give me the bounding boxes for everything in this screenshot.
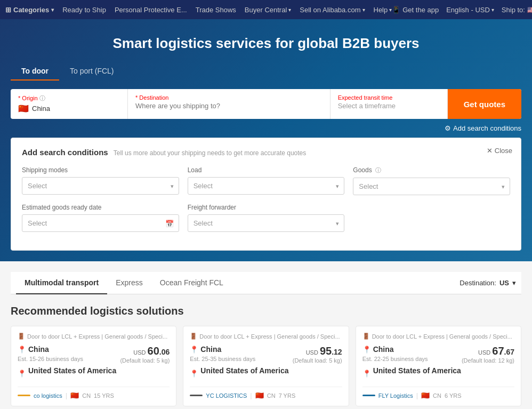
chevron-down-icon: ▾ <box>288 7 291 13</box>
categories-button[interactable]: ⊞ Categories ▾ <box>5 6 54 14</box>
freight-forwarder-select[interactable]: Select <box>188 214 345 232</box>
load-field: Load Select ▾ <box>188 166 345 195</box>
grid-icon: ⊞ <box>5 6 11 14</box>
nav-help[interactable]: Help ▾ <box>374 6 392 14</box>
shipping-tabs: To door To port (FCL) <box>11 62 521 81</box>
from-city: China <box>373 345 394 354</box>
card-route: 📍 China Est. 15-26 business days 📍 Unite… <box>18 345 170 382</box>
top-navigation: ⊞ Categories ▾ Ready to Ship Personal Pr… <box>0 0 532 19</box>
tab-express[interactable]: Express <box>107 272 151 294</box>
logistics-card[interactable]: 🚪 Door to door LCL + Express | General g… <box>356 326 521 406</box>
price-amount: 67.67 <box>492 345 514 357</box>
price-amount: 95.12 <box>320 345 342 357</box>
currency-label: USD <box>133 349 147 356</box>
filter-icon: ⚙ <box>445 124 451 132</box>
close-panel-button[interactable]: ✕ Close <box>487 147 512 155</box>
estimated-date-select[interactable]: Select <box>22 214 179 232</box>
get-quotes-button[interactable]: Get quotes <box>448 89 521 119</box>
china-flag-icon: 🇨🇳 <box>18 103 29 114</box>
company-logo <box>18 395 30 396</box>
currency-label: USD <box>306 349 320 356</box>
transit-time: Est. 25-35 business days <box>190 356 288 362</box>
location-icon: 📍 <box>362 370 371 378</box>
tab-to-port[interactable]: To port (FCL) <box>59 62 124 81</box>
chevron-down-icon: ▾ <box>491 7 494 13</box>
default-load: (Default load: 5 kg) <box>293 357 342 364</box>
nav-personal-protective[interactable]: Personal Protective E... <box>115 6 187 14</box>
location-icon: 📍 <box>190 370 198 378</box>
tab-ocean-freight[interactable]: Ocean Freight FCL <box>151 272 232 294</box>
company-years: 6 YRS <box>445 392 462 399</box>
company-country: CN <box>82 392 91 399</box>
company-logo <box>362 395 375 396</box>
currency-label: USD <box>478 349 492 356</box>
card-route: 📍 China Est. 25-35 business days 📍 Unite… <box>190 345 342 382</box>
tab-to-door[interactable]: To door <box>11 62 59 81</box>
get-app-link[interactable]: 📱 Get the app <box>392 6 439 14</box>
shipping-modes-select[interactable]: Select <box>22 177 179 195</box>
goods-select[interactable]: Select <box>353 178 510 195</box>
flag-icon: 🇨🇳 <box>255 391 264 399</box>
location-icon: 📍 <box>18 346 26 354</box>
empty-field <box>353 204 510 232</box>
chevron-down-icon: ▾ <box>512 279 516 287</box>
flag-icon: 🇨🇳 <box>421 391 430 399</box>
card-footer: co logistics | 🇨🇳 CN 15 YRS <box>18 387 170 399</box>
tab-multimodal[interactable]: Multimodal transport <box>16 272 107 294</box>
door-icon: 🚪 <box>190 333 197 340</box>
company-name[interactable]: FLY Logistics <box>378 392 413 399</box>
to-city: United States of America <box>200 366 288 375</box>
company-years: 7 YRS <box>279 392 296 399</box>
nav-trade-shows[interactable]: Trade Shows <box>196 6 236 14</box>
nav-sell-on-alibaba[interactable]: Sell on Alibaba.com ▾ <box>300 6 365 14</box>
default-load: (Default load: 5 kg) <box>120 357 170 364</box>
to-city: United States of America <box>28 366 116 375</box>
info-icon: ⓘ <box>375 167 381 173</box>
price-amount: 60.06 <box>148 345 170 357</box>
card-tags: 🚪 Door to door LCL + Express | General g… <box>190 333 342 340</box>
shipping-modes-field: Shipping modes Select ▾ <box>22 166 179 195</box>
card-route: 📍 China Est. 22-25 business days 📍 Unite… <box>362 345 514 382</box>
goods-field: Goods ⓘ Select ▾ <box>353 166 510 195</box>
to-city: United States of America <box>373 366 461 375</box>
panel-header: Add search conditions Tell us more about… <box>22 148 510 157</box>
price-cents: .67 <box>504 348 514 356</box>
company-years: 15 YRS <box>94 392 114 399</box>
language-selector[interactable]: English - USD ▾ <box>446 6 494 14</box>
default-load: (Default load: 12 kg) <box>462 357 514 364</box>
destination-selector[interactable]: Destination: US ▾ <box>460 279 516 287</box>
close-icon: ✕ <box>487 147 493 155</box>
estimated-date-field: Estimated goods ready date Select 📅 <box>22 204 179 232</box>
transit-time-field: Expected transit time Select a timeframe <box>331 89 448 119</box>
location-icon: 📍 <box>18 370 26 378</box>
add-conditions-link[interactable]: ⚙ Add search conditions <box>445 124 521 132</box>
flag-icon: 🇺🇸 <box>527 6 532 14</box>
door-icon: 🚪 <box>18 333 25 340</box>
card-tags: 🚪 Door to door LCL + Express | General g… <box>362 333 514 340</box>
company-logo <box>190 395 203 396</box>
hero-section: Smart logistics services for global B2B … <box>0 19 532 261</box>
destination-field[interactable]: * Destination <box>128 89 331 119</box>
price-cents: .12 <box>332 348 342 356</box>
nav-buyer-central[interactable]: Buyer Central ▾ <box>245 6 291 14</box>
company-name[interactable]: co logistics <box>34 392 62 399</box>
info-icon: ⓘ <box>39 95 45 101</box>
logistics-cards-grid: 🚪 Door to door LCL + Express | General g… <box>11 326 521 409</box>
from-city: China <box>200 345 221 354</box>
nav-ready-to-ship[interactable]: Ready to Ship <box>62 6 106 14</box>
transport-tabs: Multimodal transport Express Ocean Freig… <box>11 272 521 294</box>
ship-to-selector[interactable]: Ship to: 🇺🇸 ▾ <box>502 6 532 14</box>
chevron-down-icon: ▾ <box>51 7 54 13</box>
card-footer: FLY Logistics | 🇨🇳 CN 6 YRS <box>362 387 514 399</box>
flag-icon: 🇨🇳 <box>70 391 79 399</box>
add-conditions-link-wrapper: ⚙ Add search conditions <box>11 124 521 132</box>
logistics-card[interactable]: 🚪 Door to door LCL + Express | General g… <box>11 326 176 406</box>
load-select[interactable]: Select <box>188 177 345 195</box>
logistics-card[interactable]: 🚪 Door to door LCL + Express | General g… <box>183 326 349 406</box>
destination-input[interactable] <box>135 102 323 110</box>
mobile-icon: 📱 <box>392 6 400 14</box>
conditions-row-2: Estimated goods ready date Select 📅 Frei… <box>22 204 510 232</box>
company-country: CN <box>433 392 441 399</box>
location-icon: 📍 <box>362 346 371 354</box>
company-name[interactable]: YC LOGISTICS <box>206 392 247 399</box>
